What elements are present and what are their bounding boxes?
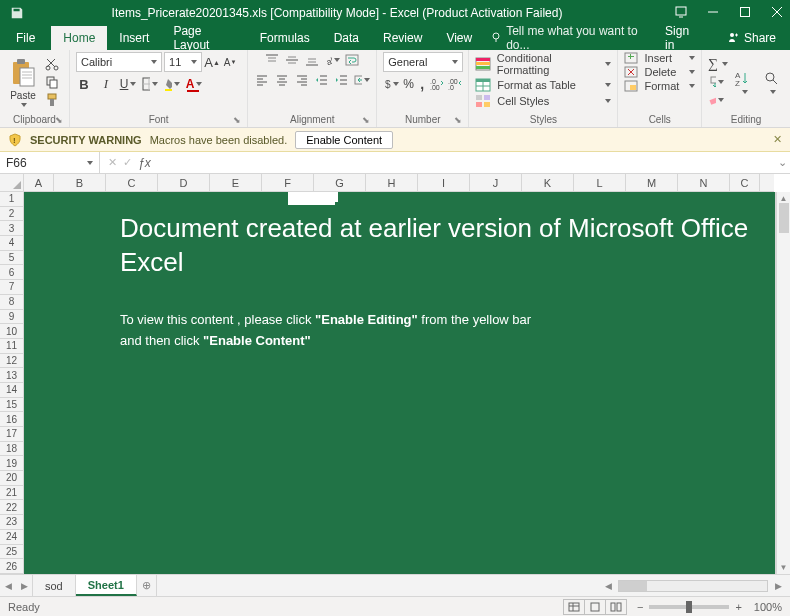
minimize-icon[interactable] — [706, 6, 720, 21]
row-header[interactable]: 7 — [0, 280, 23, 295]
row-header[interactable]: 18 — [0, 442, 23, 457]
sign-in-button[interactable]: Sign in — [651, 24, 713, 52]
find-select-button[interactable] — [760, 70, 784, 94]
column-header[interactable]: K — [522, 174, 574, 192]
italic-icon[interactable]: I — [98, 76, 114, 92]
align-middle-icon[interactable] — [284, 52, 300, 68]
row-header[interactable]: 20 — [0, 471, 23, 486]
scroll-up-icon[interactable]: ▲ — [780, 194, 788, 203]
format-painter-icon[interactable] — [44, 92, 60, 108]
paste-button[interactable]: Paste — [6, 58, 40, 107]
expand-formula-bar-icon[interactable]: ⌄ — [774, 156, 790, 169]
orientation-icon[interactable]: ab — [324, 52, 340, 68]
increase-decimal-icon[interactable]: .0.00 — [430, 76, 444, 92]
enable-content-button[interactable]: Enable Content — [295, 131, 393, 149]
zoom-slider[interactable] — [649, 605, 729, 609]
column-header[interactable]: I — [418, 174, 470, 192]
tab-data[interactable]: Data — [322, 26, 371, 50]
column-header[interactable]: E — [210, 174, 262, 192]
cancel-fx-icon[interactable]: ✕ — [108, 156, 117, 169]
row-header[interactable]: 16 — [0, 412, 23, 427]
column-header[interactable]: C — [106, 174, 158, 192]
clear-icon[interactable] — [708, 92, 724, 108]
conditional-formatting-button[interactable]: Conditional Formatting — [475, 52, 611, 76]
column-header[interactable]: A — [24, 174, 54, 192]
accounting-format-icon[interactable]: $ — [383, 76, 399, 92]
worksheet-area[interactable]: Document created at earlier version of M… — [24, 192, 776, 574]
ribbon-options-icon[interactable] — [674, 6, 688, 21]
align-center-icon[interactable] — [274, 72, 290, 88]
decrease-indent-icon[interactable] — [314, 72, 330, 88]
row-header[interactable]: 19 — [0, 456, 23, 471]
tab-view[interactable]: View — [434, 26, 484, 50]
bold-icon[interactable]: B — [76, 76, 92, 92]
grow-font-icon[interactable]: A▲ — [204, 54, 220, 70]
row-header[interactable]: 5 — [0, 251, 23, 266]
zoom-level[interactable]: 100% — [754, 601, 782, 613]
column-header[interactable]: M — [626, 174, 678, 192]
row-header[interactable]: 6 — [0, 265, 23, 280]
cell-styles-button[interactable]: Cell Styles — [475, 94, 611, 108]
align-right-icon[interactable] — [294, 72, 310, 88]
column-header[interactable]: F — [262, 174, 314, 192]
tab-file[interactable]: File — [0, 26, 51, 50]
format-as-table-button[interactable]: Format as Table — [475, 78, 611, 92]
row-header[interactable]: 12 — [0, 354, 23, 369]
comma-format-icon[interactable]: , — [418, 76, 426, 92]
row-header[interactable]: 13 — [0, 368, 23, 383]
tab-nav-next-icon[interactable]: ▶ — [16, 581, 32, 591]
sort-filter-button[interactable]: AZ — [732, 70, 756, 94]
row-header[interactable]: 3 — [0, 221, 23, 236]
column-header[interactable]: J — [470, 174, 522, 192]
row-header[interactable]: 17 — [0, 427, 23, 442]
tab-nav-prev-icon[interactable]: ◀ — [0, 581, 16, 591]
tab-home[interactable]: Home — [51, 26, 107, 50]
column-header[interactable]: G — [314, 174, 366, 192]
formula-input[interactable] — [159, 152, 774, 173]
column-header[interactable]: H — [366, 174, 418, 192]
close-icon[interactable] — [770, 6, 784, 21]
add-sheet-button[interactable]: ⊕ — [137, 575, 157, 596]
row-header[interactable]: 1 — [0, 192, 23, 207]
align-left-icon[interactable] — [254, 72, 270, 88]
row-header[interactable]: 11 — [0, 339, 23, 354]
row-header[interactable]: 2 — [0, 207, 23, 222]
number-format-combo[interactable]: General — [383, 52, 463, 72]
copy-icon[interactable] — [44, 74, 60, 90]
view-normal-button[interactable] — [563, 599, 585, 615]
row-header[interactable]: 23 — [0, 515, 23, 530]
zoom-out-button[interactable]: − — [637, 601, 643, 613]
tab-review[interactable]: Review — [371, 26, 434, 50]
row-header[interactable]: 4 — [0, 236, 23, 251]
fx-icon[interactable]: ƒx — [138, 156, 151, 170]
sheet-tab-sod[interactable]: sod — [32, 575, 76, 596]
row-header[interactable]: 21 — [0, 486, 23, 501]
vertical-scrollbar[interactable]: ▲ ▼ — [776, 192, 790, 574]
tab-page-layout[interactable]: Page Layout — [161, 26, 247, 50]
column-header[interactable]: N — [678, 174, 730, 192]
scroll-down-icon[interactable]: ▼ — [780, 563, 788, 572]
warning-close-icon[interactable]: ✕ — [773, 133, 782, 146]
fill-color-icon[interactable] — [164, 76, 180, 92]
row-header[interactable]: 8 — [0, 295, 23, 310]
hscroll-right-icon[interactable]: ▶ — [770, 581, 786, 591]
row-header[interactable]: 10 — [0, 324, 23, 339]
sheet-tab-sheet1[interactable]: Sheet1 — [76, 575, 137, 596]
row-header[interactable]: 15 — [0, 398, 23, 413]
font-color-icon[interactable]: A — [186, 76, 202, 92]
column-header[interactable]: B — [54, 174, 106, 192]
maximize-icon[interactable] — [738, 6, 752, 21]
select-all-corner[interactable] — [0, 174, 24, 192]
horizontal-scrollbar[interactable]: ◀ ▶ — [469, 580, 790, 592]
delete-cells-button[interactable]: Delete — [624, 66, 695, 78]
row-header[interactable]: 9 — [0, 310, 23, 325]
view-page-break-button[interactable] — [605, 599, 627, 615]
format-cells-button[interactable]: Format — [624, 80, 695, 92]
insert-cells-button[interactable]: Insert — [624, 52, 695, 64]
zoom-in-button[interactable]: + — [735, 601, 741, 613]
save-icon[interactable] — [10, 6, 24, 20]
row-header[interactable]: 25 — [0, 545, 23, 560]
tab-formulas[interactable]: Formulas — [248, 26, 322, 50]
autosum-icon[interactable]: ∑ — [708, 56, 728, 72]
decrease-decimal-icon[interactable]: .00.0 — [448, 76, 462, 92]
